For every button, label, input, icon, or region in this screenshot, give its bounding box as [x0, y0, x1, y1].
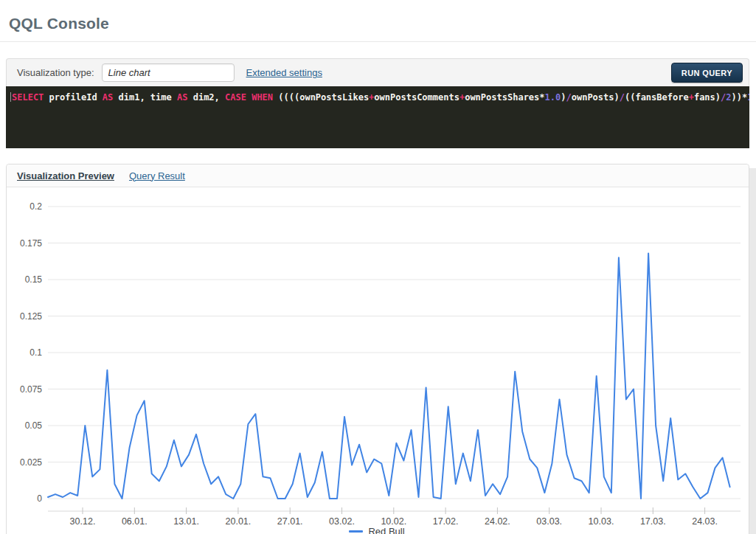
svg-text:0.2: 0.2 [30, 201, 42, 212]
svg-text:17.02.: 17.02. [433, 516, 459, 527]
svg-text:0.025: 0.025 [20, 457, 42, 468]
page-title: QQL Console [9, 15, 109, 32]
sql-token: 100 [747, 92, 749, 103]
sql-token: ownPosts) [572, 92, 620, 103]
x-axis-labels: 30.12.06.01.13.01.20.01.27.01.03.02.10.0… [70, 516, 718, 527]
sql-token: CASE WHEN [225, 92, 273, 103]
sql-token: / [566, 92, 571, 103]
svg-text:0.1: 0.1 [30, 347, 42, 358]
svg-text:13.01.: 13.01. [173, 516, 199, 527]
result-panel: Visualization Preview Query Result 00.02… [6, 164, 749, 534]
sql-token: SELECT [12, 92, 44, 103]
svg-text:0.175: 0.175 [20, 238, 42, 249]
viz-type-label: Visualization type: [17, 67, 94, 78]
run-query-button[interactable]: RUN QUERY [671, 63, 743, 83]
sql-token: ))* [732, 92, 748, 103]
svg-text:30.12.: 30.12. [70, 516, 96, 527]
svg-text:20.01.: 20.01. [226, 516, 252, 527]
query-editor[interactable]: SELECT profileId AS dim1, time AS dim2, … [6, 86, 749, 148]
text-cursor [10, 92, 11, 102]
sql-token: / [620, 92, 625, 103]
svg-text:0.15: 0.15 [25, 274, 43, 285]
sql-token: ((((ownPostsLikes [273, 92, 369, 103]
scrollbar-track[interactable] [749, 168, 756, 534]
sql-token: ownPostsComments [374, 92, 460, 103]
sql-token: profileId [44, 92, 102, 103]
svg-text:0.05: 0.05 [25, 420, 43, 431]
svg-text:24.02.: 24.02. [485, 516, 510, 527]
y-axis-labels: 00.0250.050.0750.10.1250.150.1750.2 [20, 201, 42, 504]
sql-token: + [689, 92, 694, 103]
tab-visualization-preview[interactable]: Visualization Preview [17, 170, 114, 181]
svg-text:03.02.: 03.02. [329, 516, 355, 527]
sql-token: AS [103, 92, 113, 103]
sql-token: dim1, time [113, 92, 177, 103]
svg-text:17.03.: 17.03. [640, 516, 666, 527]
svg-text:10.03.: 10.03. [589, 516, 614, 527]
chart-area: 00.0250.050.0750.10.1250.150.1750.230.12… [7, 187, 747, 534]
tab-row: Visualization Preview Query Result [7, 164, 749, 187]
svg-text:0.075: 0.075 [20, 384, 42, 395]
svg-text:06.01.: 06.01. [122, 516, 148, 527]
query-toolbar: Visualization type: Extended settings RU… [6, 58, 749, 86]
sql-token: dim2, [187, 92, 225, 103]
sql-code-line: SELECT profileId AS dim1, time AS dim2, … [10, 91, 749, 104]
tab-query-result[interactable]: Query Result [129, 170, 185, 181]
chart-legend[interactable]: Red Bull [7, 526, 747, 534]
legend-line-swatch [349, 530, 363, 533]
sql-token: 2 [726, 92, 731, 103]
sql-token: 1.0 [545, 92, 561, 103]
svg-text:24.03.: 24.03. [692, 516, 718, 527]
svg-text:27.01.: 27.01. [277, 516, 303, 527]
extended-settings-link[interactable]: Extended settings [246, 67, 322, 78]
svg-text:0: 0 [37, 493, 42, 504]
sql-token: AS [177, 92, 187, 103]
sql-token: ownPostsShares* [465, 92, 544, 103]
svg-text:03.03.: 03.03. [536, 516, 562, 527]
sql-token: ((fansBefore [625, 92, 689, 103]
viz-type-input[interactable] [102, 63, 235, 82]
svg-text:10.02.: 10.02. [381, 516, 406, 527]
legend-series-label: Red Bull [368, 526, 404, 534]
svg-text:0.125: 0.125 [20, 311, 42, 322]
header-divider [0, 41, 756, 42]
sql-token: fans) [694, 92, 721, 103]
line-chart-svg: 00.0250.050.0750.10.1250.150.1750.230.12… [7, 187, 747, 534]
